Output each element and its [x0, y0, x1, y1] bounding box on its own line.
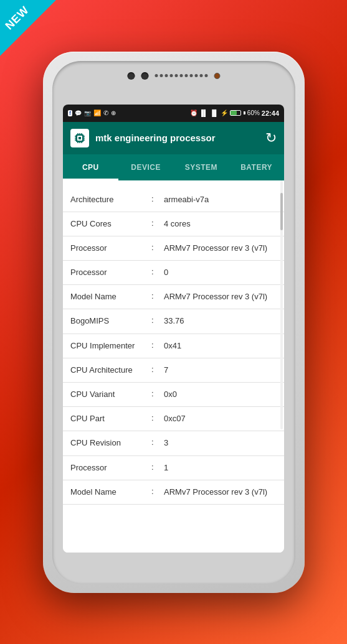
app-header: mtk engineering processor ↻: [63, 122, 284, 154]
alarm-icon: ⏰: [190, 110, 197, 116]
row-colon: :: [151, 243, 164, 252]
scrollbar-thumb[interactable]: [280, 193, 283, 230]
table-row: CPU Implementer:0x41: [63, 334, 284, 358]
status-left-icons: f 💬 📷 📶 ✆ ⊕: [68, 110, 116, 116]
refresh-button[interactable]: ↻: [265, 130, 277, 146]
row-label: Model Name: [70, 291, 151, 302]
content-area: Architecture:armeabi-v7aCPU Cores:4 core…: [63, 180, 284, 553]
row-colon: :: [151, 462, 164, 472]
app-title: mtk engineering processor: [95, 133, 216, 143]
fb-icon: f: [68, 110, 72, 116]
row-value: 0x41: [164, 340, 277, 352]
call-icon: ✆: [103, 110, 108, 116]
svg-rect-2: [78, 137, 81, 139]
tab-bar: CPU DEVICE SYSTEM BATERY: [63, 154, 284, 180]
battery-indicator: [230, 110, 241, 116]
tab-system[interactable]: SYSTEM: [174, 154, 229, 180]
row-colon: :: [151, 413, 164, 422]
time-display: 22:44: [262, 110, 279, 117]
row-label: Processor: [70, 462, 151, 474]
row-value: 0: [164, 267, 277, 278]
table-row: CPU Part:0xc07: [63, 407, 284, 431]
row-value: 4 cores: [164, 218, 277, 230]
battery-fill: [231, 111, 237, 115]
table-row: Processor:1: [63, 456, 284, 480]
row-label: Model Name: [70, 487, 151, 498]
row-colon: :: [151, 340, 164, 350]
phone-inner: f 💬 📷 📶 ✆ ⊕ ⏰ ▐▌ ▐▌ ⚡ 60%: [52, 61, 295, 584]
table-row: CPU Architecture:7: [63, 358, 284, 383]
row-colon: :: [151, 487, 164, 496]
row-colon: :: [151, 389, 164, 398]
status-bar: f 💬 📷 📶 ✆ ⊕ ⏰ ▐▌ ▐▌ ⚡ 60%: [63, 105, 284, 122]
status-right: ⏰ ▐▌ ▐▌ ⚡ 60% 22:44: [190, 110, 280, 117]
row-colon: :: [151, 267, 164, 276]
speaker-dots: [154, 74, 207, 77]
table-row: CPU Variant:0x0: [63, 383, 284, 407]
row-value: 33.76: [164, 315, 277, 327]
row-value: ARMv7 Processor rev 3 (v7l): [164, 291, 277, 302]
table-row: Processor:0: [63, 261, 284, 285]
row-label: BogoMIPS: [70, 315, 151, 327]
table-row: CPU Revision:3: [63, 431, 284, 455]
chip-icon: [70, 129, 89, 147]
row-value: armeabi-v7a: [164, 194, 277, 205]
battery-percent: 60%: [247, 110, 260, 116]
table-row: Processor:ARMv7 Processor rev 3 (v7l): [63, 236, 284, 261]
row-colon: :: [151, 194, 164, 203]
row-label: CPU Implementer: [70, 340, 151, 352]
row-colon: :: [151, 437, 164, 447]
row-value: ARMv7 Processor rev 3 (v7l): [164, 243, 277, 254]
new-banner: NEW: [0, 0, 56, 56]
app-title-area: mtk engineering processor: [70, 129, 216, 147]
row-value: 7: [164, 365, 277, 376]
table-row: CPU Cores:4 cores: [63, 212, 284, 236]
row-colon: :: [151, 315, 164, 325]
row-value: 1: [164, 462, 277, 474]
table-row: Model Name:ARMv7 Processor rev 3 (v7l): [63, 285, 284, 309]
data-table: Architecture:armeabi-v7aCPU Cores:4 core…: [63, 188, 284, 505]
row-value: 0xc07: [164, 413, 277, 424]
tab-cpu[interactable]: CPU: [63, 154, 118, 180]
camera-dot: [127, 72, 135, 80]
row-label: CPU Cores: [70, 218, 151, 230]
tab-battery[interactable]: BATERY: [229, 154, 284, 180]
battery-tip: [244, 111, 245, 114]
phone-screen: f 💬 📷 📶 ✆ ⊕ ⏰ ▐▌ ▐▌ ⚡ 60%: [63, 105, 284, 553]
row-value: 3: [164, 437, 277, 449]
row-value: ARMv7 Processor rev 3 (v7l): [164, 487, 277, 498]
front-camera: [214, 73, 220, 79]
phone-outer: f 💬 📷 📶 ✆ ⊕ ⏰ ▐▌ ▐▌ ⚡ 60%: [43, 52, 305, 593]
alert-icon: ⊕: [111, 110, 116, 116]
signal-bars-2: ▐▌: [210, 110, 219, 116]
row-label: CPU Part: [70, 413, 151, 424]
speaker-left: [141, 72, 148, 80]
phone-top-bezel: [127, 72, 220, 80]
row-value: 0x0: [164, 389, 277, 400]
table-row: Model Name:ARMv7 Processor rev 3 (v7l): [63, 480, 284, 505]
new-banner-text: NEW: [2, 4, 32, 33]
table-row: Architecture:armeabi-v7a: [63, 188, 284, 212]
table-row: BogoMIPS:33.76: [63, 309, 284, 334]
row-label: CPU Variant: [70, 389, 151, 400]
messenger-icon: 💬: [75, 110, 82, 116]
wifi-icon: 📶: [93, 110, 101, 116]
signal-bars: ▐▌: [199, 110, 208, 116]
scrollbar-track[interactable]: [280, 180, 283, 429]
lightning-icon: ⚡: [221, 110, 228, 116]
row-colon: :: [151, 291, 164, 301]
screenshot-icon: 📷: [84, 110, 91, 116]
row-colon: :: [151, 218, 164, 228]
tab-device[interactable]: DEVICE: [118, 154, 174, 180]
row-label: CPU Revision: [70, 437, 151, 449]
row-label: Processor: [70, 267, 151, 278]
row-label: Architecture: [70, 194, 151, 205]
row-label: CPU Architecture: [70, 365, 151, 376]
row-colon: :: [151, 365, 164, 374]
row-label: Processor: [70, 243, 151, 254]
